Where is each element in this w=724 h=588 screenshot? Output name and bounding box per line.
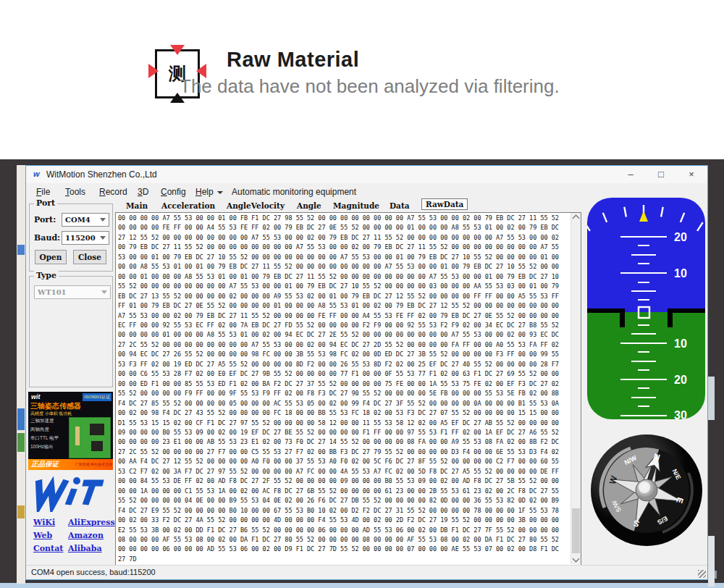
witmotion-logo-icon: w: [33, 169, 40, 178]
window-titlebar[interactable]: w WitMotion Shenzhen Co.,Ltd – □ ×: [26, 166, 707, 183]
open-button[interactable]: Open: [35, 250, 67, 264]
hex-line: 55 52 00 00 00 00 04 0E 00 00 B9 55 53 0…: [118, 496, 567, 505]
port-groupbox: Port Port: COM4 Baud: 115200 Open Close: [29, 203, 113, 272]
authenticity-banner-note: 厂家直销 终生技术支持: [75, 462, 112, 466]
pitch-label: 20: [674, 374, 687, 386]
chevron-down-icon: [101, 290, 107, 294]
chip-graphic: [91, 441, 103, 451]
minimize-button[interactable]: –: [616, 166, 645, 183]
hex-line: 00 00 1A 00 00 00 C1 55 53 1A 00 02 00 A…: [118, 487, 567, 496]
resize-grip-icon[interactable]: [698, 570, 706, 578]
attitude-ground: [587, 312, 705, 419]
chip-graphic: [90, 424, 104, 435]
banner-title: Raw Material: [227, 48, 359, 72]
hex-line: 27 2C 55 52 00 00 00 00 27 F7 00 00 C5 5…: [118, 448, 567, 457]
menu-3d[interactable]: 3D: [133, 185, 153, 198]
hex-line: 00 00 00 00 06 00 00 00 AD 55 53 06 00 0…: [118, 545, 567, 554]
tab-angle[interactable]: Angle: [297, 201, 321, 211]
hex-line: 00 00 01 00 00 00 A8 55 53 01 00 01 00 7…: [118, 272, 567, 282]
iso-badge: ISO9001认证: [83, 393, 111, 401]
menu-tools[interactable]: Tools: [61, 185, 90, 198]
hex-line: 00 02 00 98 F4 DC 27 43 55 52 00 00 00 0…: [118, 408, 567, 418]
port-field-label: Port:: [34, 215, 56, 224]
menu-record[interactable]: Record: [95, 185, 132, 198]
scroll-down-icon[interactable]: [573, 555, 580, 563]
wit-logo: [30, 473, 111, 512]
witmotion-app-window: w WitMotion Shenzhen Co.,Ltd – □ × File …: [25, 165, 708, 580]
link-wiki[interactable]: WiKi: [33, 518, 55, 527]
port-combobox-value: COM4: [65, 216, 90, 224]
baud-combobox[interactable]: 115200: [62, 231, 109, 245]
type-group-label: Type: [34, 271, 59, 280]
pitch-label: 10: [674, 337, 687, 350]
close-port-button[interactable]: Close: [73, 250, 106, 264]
hex-line-list: 00 00 00 00 A7 55 53 00 00 01 00 FB F1 D…: [118, 214, 567, 564]
desktop-bottom-strip: [0, 583, 724, 588]
tab-magnitude[interactable]: Magnitude: [333, 201, 379, 211]
hex-line: 53 00 00 01 00 79 EB DC 27 10 55 52 00 0…: [118, 253, 567, 262]
pitch-label: 10: [674, 267, 687, 280]
hex-line: 00 00 C6 55 53 28 F7 02 00 E0 EF DC 27 9…: [118, 369, 567, 379]
tab-data[interactable]: Data: [390, 201, 410, 211]
attitude-indicator: 20 10: [587, 198, 705, 419]
tab-rawdata[interactable]: RawData: [421, 198, 468, 210]
chevron-down-icon: [217, 191, 223, 194]
product-feature: 串口TTL 电平: [30, 435, 59, 442]
scroll-up-icon[interactable]: [573, 215, 580, 222]
hex-line: A7 55 53 00 00 02 00 79 EB DC 27 11 55 5…: [118, 311, 567, 321]
tab-main[interactable]: Main: [126, 201, 148, 211]
compass: N N/E E E/S S S/W W N/W: [589, 432, 704, 548]
hex-line: F4 DC 27 E9 55 52 00 00 00 00 B0 10 00 0…: [118, 506, 567, 516]
menu-file[interactable]: File: [32, 185, 54, 198]
port-combobox[interactable]: COM4: [62, 213, 109, 227]
status-text: COM4 open success, baud:115200: [31, 568, 156, 576]
chevron-down-icon: [100, 218, 106, 222]
menu-config[interactable]: Config: [156, 185, 190, 198]
menu-help-label: Help: [195, 187, 214, 197]
background-window-fragment: [708, 377, 715, 420]
menu-automatic-monitoring[interactable]: Automatic monitoring equipment: [227, 185, 361, 198]
close-button[interactable]: ×: [677, 166, 706, 183]
link-amazon[interactable]: Amazon: [68, 531, 104, 540]
pitch-label: 30: [674, 409, 687, 419]
link-web[interactable]: Web: [33, 531, 52, 540]
menu-help[interactable]: Help: [191, 185, 227, 198]
type-combobox[interactable]: WT101: [34, 285, 111, 299]
product-feature: 三轴加速度: [30, 418, 54, 424]
baud-combobox-value: 115200: [65, 234, 96, 242]
hex-line: 27 7D: [118, 555, 567, 564]
hex-line: 00 02 00 33 F2 DC 27 4A 55 52 00 00 00 0…: [118, 516, 567, 525]
tab-acceleration[interactable]: Acceleration: [161, 201, 215, 211]
hex-line: 00 00 00 00 23 E1 00 00 AB 55 53 23 E1 0…: [118, 437, 567, 447]
tab-anglevelocity[interactable]: AngleVelocity: [227, 201, 285, 211]
link-contat[interactable]: Contat: [33, 544, 63, 553]
hex-line: 09 00 00 00 B0 55 53 09 00 02 00 19 EF D…: [118, 428, 567, 437]
raw-data-textbox[interactable]: 00 00 00 00 A7 55 53 00 00 01 00 FB F1 D…: [115, 212, 581, 566]
authenticity-banner-text: 正品保证: [31, 460, 59, 469]
product-brand: wit: [31, 393, 41, 400]
background-window-sliver: [17, 165, 25, 584]
pitch-label: 20: [674, 231, 687, 243]
raw-material-banner: 测 Raw Material The data have not been an…: [0, 0, 724, 159]
hex-line: 27 2C 55 52 00 00 00 00 00 00 00 00 A7 5…: [118, 340, 567, 350]
hex-line: 27 12 55 52 00 00 00 00 00 00 00 00 A7 5…: [118, 233, 567, 243]
hex-line: 55 52 00 00 00 00 F9 FF 00 00 9F 55 53 F…: [118, 389, 567, 398]
hex-line: 08 00 00 00 AF 55 53 08 00 02 00 DA F1 D…: [118, 535, 567, 545]
sliver-fragment: [17, 245, 25, 255]
product-tags: 高精度 小体积 低功耗: [30, 411, 72, 417]
vertical-scrollbar[interactable]: [571, 213, 581, 564]
product-ad-card[interactable]: wit ISO9001认证 三轴姿态传感器 高精度 小体积 低功耗 三轴加速度 …: [28, 392, 113, 470]
link-alibaba[interactable]: Alibaba: [68, 544, 102, 553]
port-group-label: Port: [34, 198, 57, 208]
scrollbar-thumb[interactable]: [572, 508, 580, 553]
hex-line: EC FF 00 00 92 55 53 EC FF 02 00 7A EB D…: [118, 321, 567, 330]
sliver-fragment: [17, 433, 25, 452]
hex-line: 00 94 EC DC 27 26 55 52 00 00 00 00 98 F…: [118, 350, 567, 359]
maximize-button[interactable]: □: [647, 166, 675, 183]
hex-line: 00 00 00 00 01 00 00 00 A8 55 53 01 00 0…: [118, 330, 567, 340]
authenticity-banner: 正品保证 厂家直销 终生技术支持: [28, 459, 113, 470]
link-aliexpress[interactable]: AliExpress: [68, 518, 115, 527]
hex-line: 00 00 A8 55 53 01 00 01 00 79 EB DC 27 1…: [118, 262, 567, 272]
hex-line: FF 01 00 79 EB DC 27 0E 55 52 00 00 00 0…: [118, 301, 567, 311]
product-feature: 100Hz输出: [30, 444, 54, 450]
